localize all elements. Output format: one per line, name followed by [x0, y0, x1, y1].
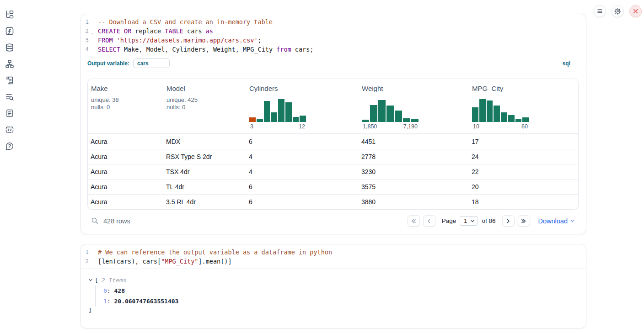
search-icon[interactable]	[91, 217, 99, 225]
table-row[interactable]: AcuraTSX 4dr4323022	[88, 164, 578, 179]
column-header-mpg_city[interactable]: MPG_City1060	[472, 85, 578, 130]
window-controls	[594, 5, 642, 17]
table-row[interactable]: AcuraMDX6445117	[88, 134, 578, 149]
column-header-cylinders[interactable]: Cylinders312	[249, 85, 361, 130]
close-button[interactable]	[629, 5, 642, 17]
items-count-label: 2 Items	[102, 277, 127, 284]
column-label: Model	[166, 85, 249, 92]
column-header-make[interactable]: Makeunique: 38nulls: 0	[91, 85, 166, 130]
help-icon[interactable]	[5, 142, 14, 151]
sql-code-editor[interactable]: 1-- Download a CSV and create an in-memo…	[81, 14, 586, 57]
line-number: 3	[81, 36, 94, 45]
column-label: MPG_City	[472, 85, 578, 92]
table-footer: 428 rows Page 1 of 86	[81, 210, 586, 234]
histogram-axis: 1,8507,190	[362, 123, 419, 130]
column-label: Make	[91, 85, 166, 92]
histogram-bars	[362, 98, 419, 122]
table-cell: 4451	[361, 138, 472, 145]
table-body: AcuraMDX6445117AcuraRSX Type S 2dr427782…	[88, 134, 578, 209]
last-page-button[interactable]	[518, 215, 530, 227]
chevron-down-icon	[570, 218, 575, 223]
table-cell: Acura	[91, 183, 166, 190]
column-label: Cylinders	[249, 85, 361, 92]
database-icon[interactable]	[5, 43, 14, 52]
line-number: 1	[81, 17, 94, 26]
output-variable-input[interactable]	[133, 58, 170, 68]
scratchpad-icon[interactable]	[5, 76, 14, 85]
stat-line: nulls: 0	[91, 104, 166, 111]
table-cell: TL 4dr	[166, 183, 249, 190]
histogram-bar	[278, 99, 284, 122]
table-cell: 6	[249, 138, 361, 145]
first-page-button[interactable]	[408, 215, 420, 227]
close-bracket: ]	[88, 307, 579, 316]
function-icon[interactable]	[5, 26, 14, 36]
histogram-axis: 1060	[472, 123, 529, 130]
table-row[interactable]: AcuraRSX Type S 2dr4277824	[88, 149, 578, 164]
histogram-bar	[403, 118, 410, 122]
chevron-right-icon	[505, 218, 511, 224]
axis-max-label: 7,190	[403, 123, 418, 130]
stat-line: unique: 425	[166, 96, 249, 104]
close-icon	[633, 8, 639, 14]
histogram-bar	[378, 100, 386, 122]
pagination: Page 1 of 86 Download	[408, 215, 575, 227]
histogram-bar	[300, 116, 306, 122]
table-cell: TSX 4dr	[166, 168, 249, 175]
column-header-model[interactable]: Modelunique: 425nulls: 0	[166, 85, 249, 130]
column-label: Weight	[362, 85, 472, 92]
code-text: # We can reference the output variable a…	[94, 248, 332, 257]
table-row[interactable]: AcuraTL 4dr6357520	[88, 179, 578, 194]
histogram-cylinders[interactable]: 312	[249, 98, 306, 130]
histogram-bar	[515, 119, 522, 122]
line-number: 1	[81, 248, 94, 257]
histogram-bars	[472, 98, 529, 122]
table-cell: 6	[249, 183, 361, 190]
download-button[interactable]: Download	[538, 217, 575, 225]
documentation-icon[interactable]	[5, 109, 14, 118]
histogram-bar	[487, 100, 493, 122]
row-count: 428 rows	[103, 217, 130, 225]
chevron-down-icon	[470, 219, 475, 223]
table-cell: MDX	[166, 138, 249, 145]
table-cell: 17	[472, 138, 578, 145]
code-text: [len(cars), cars["MPG_City"].mean()]	[94, 257, 232, 266]
settings-button[interactable]	[612, 5, 624, 17]
code-line: 2[len(cars), cars["MPG_City"].mean()]	[81, 257, 586, 266]
menu-button[interactable]	[594, 5, 606, 17]
output-list-item: 1: 20.060747663551403	[103, 296, 579, 307]
column-header-weight[interactable]: Weight1,8507,190	[361, 85, 472, 130]
double-chevron-right-icon	[521, 218, 527, 224]
item-index: 1	[103, 298, 107, 305]
axis-min-label: 10	[473, 123, 479, 130]
histogram-bar	[411, 119, 419, 122]
histogram-mpg_city[interactable]: 1060	[472, 98, 529, 130]
file-tree-icon[interactable]	[5, 10, 14, 19]
histogram-bar	[522, 117, 529, 122]
page-total-label: of 86	[482, 217, 495, 224]
collapse-chevron-icon[interactable]	[88, 278, 95, 282]
logs-search-icon[interactable]	[5, 92, 14, 101]
histogram-bar	[264, 101, 270, 122]
item-value: 20.060747663551403	[114, 298, 178, 305]
page-select[interactable]: 1	[460, 216, 478, 226]
line-number: 2	[81, 257, 94, 266]
line-number: 4	[81, 45, 94, 54]
python-code-editor[interactable]: 1# We can reference the output variable …	[81, 244, 586, 269]
previous-page-button[interactable]	[423, 215, 435, 227]
histogram-bar	[472, 107, 478, 122]
histogram-bar	[508, 115, 515, 122]
python-cell: 1# We can reference the output variable …	[80, 244, 586, 328]
histogram-weight[interactable]: 1,8507,190	[362, 98, 419, 130]
histogram-bar	[395, 111, 402, 122]
next-page-button[interactable]	[502, 215, 515, 227]
language-badge: sql	[563, 60, 570, 67]
table-row[interactable]: Acura3.5 RL 4dr6388018	[88, 194, 578, 209]
table-cell: 3.5 RL 4dr	[166, 198, 249, 206]
code-line: 3FROM 'https://datasets.marimo.app/cars.…	[81, 36, 586, 45]
table-cell: 24	[472, 153, 578, 160]
dependency-graph-icon[interactable]	[5, 59, 14, 69]
column-stats: unique: 38nulls: 0	[91, 96, 166, 111]
line-number: 2⌄	[81, 26, 94, 36]
snippets-icon[interactable]	[5, 125, 14, 134]
